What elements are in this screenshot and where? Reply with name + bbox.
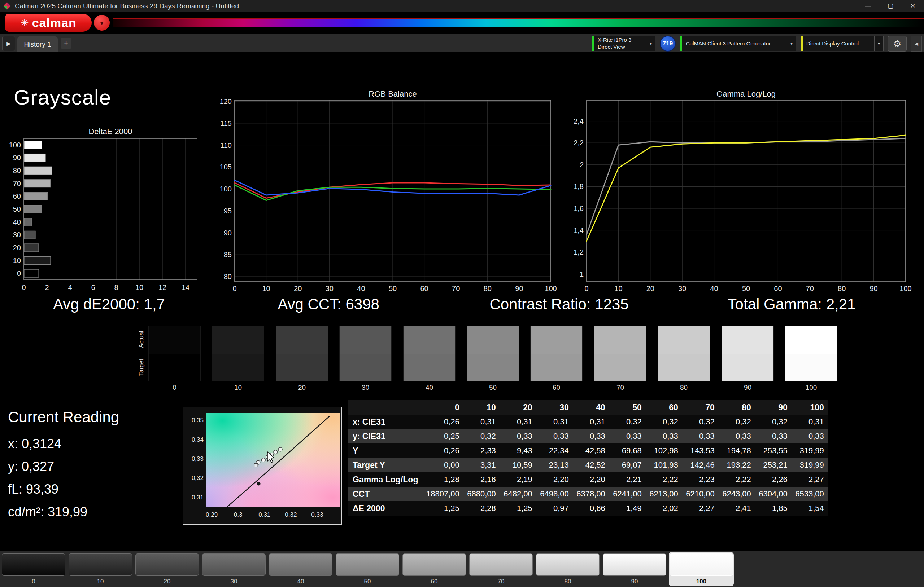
svg-text:85: 85 xyxy=(224,251,232,258)
table-cell: 0,31 xyxy=(464,414,500,429)
pattern-level-label: 40 xyxy=(268,578,333,585)
pattern-level-label: 30 xyxy=(201,578,266,585)
swatch-20 xyxy=(276,326,328,381)
current-reading-fl: fL: 93,39 xyxy=(8,482,58,497)
cie-x-tick: 0,32 xyxy=(285,511,297,518)
svg-text:30: 30 xyxy=(13,231,21,239)
swatch-level-label: 90 xyxy=(721,384,774,391)
pattern-level-button-30[interactable]: 30 xyxy=(201,552,266,586)
table-cell: 0,33 xyxy=(683,429,719,444)
swatch-actual xyxy=(531,326,582,354)
stat-avg-cct: Avg CCT: 6398 xyxy=(277,296,380,313)
meter-mode: Direct View xyxy=(598,44,642,51)
pattern-level-button-60[interactable]: 60 xyxy=(402,552,467,586)
pattern-level-label: 10 xyxy=(68,578,133,585)
close-button[interactable]: ✕ xyxy=(902,0,924,12)
table-cell: 102,98 xyxy=(646,444,683,458)
collapse-toolbar-button[interactable]: ◀ xyxy=(911,36,922,51)
chevron-down-icon: ▾ xyxy=(874,36,883,51)
maximize-button[interactable]: ▢ xyxy=(879,0,902,12)
pattern-level-swatch xyxy=(135,554,199,576)
swatch-target xyxy=(531,354,582,381)
table-cell: 2,27 xyxy=(683,501,719,516)
swatch-level-label: 60 xyxy=(530,384,582,391)
swatch-target xyxy=(785,354,837,381)
logo-dropdown-button[interactable]: ▾ xyxy=(94,15,110,31)
pattern-level-label: 60 xyxy=(402,578,467,585)
pattern-level-button-70[interactable]: 70 xyxy=(469,552,533,586)
table-cell: 2,22 xyxy=(646,472,683,487)
svg-text:90: 90 xyxy=(515,284,523,293)
swatch-level-label: 20 xyxy=(276,384,328,391)
calman-flower-icon: ✳ xyxy=(20,17,28,29)
svg-text:60: 60 xyxy=(13,192,21,200)
pattern-level-button-80[interactable]: 80 xyxy=(535,552,600,586)
pattern-level-swatch xyxy=(536,554,599,576)
svg-text:0: 0 xyxy=(21,283,26,291)
pattern-level-swatch xyxy=(603,554,666,576)
swatch-actual xyxy=(658,326,710,354)
table-column-header: 70 xyxy=(683,400,719,414)
table-cell: 2,27 xyxy=(792,472,828,487)
settings-button[interactable]: ⚙ xyxy=(888,36,907,51)
pattern-level-button-0[interactable]: 0 xyxy=(1,552,66,586)
swatch-30 xyxy=(339,326,392,381)
table-cell: 6482,00 xyxy=(500,487,537,501)
pattern-level-button-20[interactable]: 20 xyxy=(135,552,200,586)
swatch-70 xyxy=(594,326,647,381)
swatch-level-label: 10 xyxy=(212,384,264,391)
swatch-level-label: 50 xyxy=(467,384,519,391)
table-cell: 10,59 xyxy=(500,458,537,472)
svg-text:10: 10 xyxy=(262,284,270,293)
pattern-level-button-50[interactable]: 50 xyxy=(335,552,400,586)
table-row-label: Gamma Log/Log xyxy=(348,472,426,487)
table-cell: 0,32 xyxy=(610,414,646,429)
pattern-level-label: 100 xyxy=(669,578,734,585)
tab-history-1[interactable]: History 1 xyxy=(17,36,58,52)
svg-text:40: 40 xyxy=(13,218,21,226)
gear-icon: ⚙ xyxy=(893,39,901,49)
minimize-button[interactable]: — xyxy=(857,0,879,12)
table-column-header: 40 xyxy=(573,400,610,414)
swatch-target xyxy=(149,354,200,381)
pattern-generator-selector[interactable]: CalMAN Client 3 Pattern Generator ▾ xyxy=(680,36,796,51)
pattern-level-button-90[interactable]: 90 xyxy=(602,552,667,586)
table-row-label: ΔE 2000 xyxy=(348,501,426,516)
add-tab-button[interactable]: + xyxy=(61,38,71,49)
pattern-level-button-100[interactable]: 100 xyxy=(669,552,734,586)
table-cell: 0,33 xyxy=(719,429,756,444)
svg-text:100: 100 xyxy=(544,284,556,293)
svg-text:60: 60 xyxy=(420,284,428,293)
svg-text:80: 80 xyxy=(838,284,846,293)
pattern-level-button-10[interactable]: 10 xyxy=(68,552,133,586)
table-row: y: CIE310,250,320,330,330,330,330,330,33… xyxy=(348,429,828,444)
pattern-level-button-40[interactable]: 40 xyxy=(268,552,333,586)
table-row-label: CCT xyxy=(348,487,426,501)
table-cell: 0,32 xyxy=(464,429,500,444)
svg-text:100: 100 xyxy=(9,141,21,149)
table-cell: 6880,00 xyxy=(464,487,500,501)
table-column-header: 10 xyxy=(464,400,500,414)
table-column-header: 80 xyxy=(719,400,756,414)
table-cell: 18807,00 xyxy=(426,487,464,501)
meter-selector[interactable]: X-Rite i1Pro 3 Direct View ▾ xyxy=(592,36,655,51)
deltae-bar-chart: 100908070605040302010002468101214 xyxy=(0,123,210,303)
svg-text:100: 100 xyxy=(220,185,232,193)
swatch-90 xyxy=(721,326,774,381)
display-control-selector[interactable]: Direct Display Control ▾ xyxy=(800,36,884,51)
stat-total-gamma: Total Gamma: 2,21 xyxy=(728,296,856,313)
svg-text:0: 0 xyxy=(233,284,236,293)
table-cell: 2,22 xyxy=(719,472,756,487)
table-cell: 0,31 xyxy=(500,414,537,429)
table-cell: 2,28 xyxy=(464,501,500,516)
svg-text:1,6: 1,6 xyxy=(574,204,584,212)
cie-x-tick: 0,31 xyxy=(258,511,271,518)
table-row: Y0,262,339,4322,3442,5869,68102,98143,53… xyxy=(348,444,828,458)
pattern-level-label: 20 xyxy=(135,578,200,585)
svg-text:0: 0 xyxy=(17,269,21,277)
panel-expand-button[interactable]: ▶ xyxy=(2,36,15,51)
svg-text:30: 30 xyxy=(678,284,686,293)
svg-text:115: 115 xyxy=(220,119,232,127)
svg-text:110: 110 xyxy=(220,141,232,149)
table-cell: 319,99 xyxy=(792,458,828,472)
